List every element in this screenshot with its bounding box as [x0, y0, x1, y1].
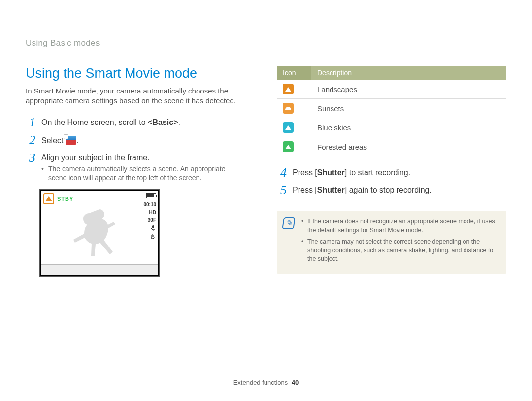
manual-page: Using Basic modes Using the Smart Movie … — [0, 0, 532, 401]
footer-section: Extended functions — [233, 379, 288, 386]
two-column-layout: Using the Smart Movie mode In Smart Movi… — [26, 66, 506, 277]
smart-movie-mode-icon — [66, 136, 76, 145]
step-text: Select . — [41, 134, 78, 145]
page-footer: Extended functions 40 — [0, 379, 532, 386]
text-fragment: ] again to stop recording. — [345, 186, 432, 194]
text-fragment: . — [76, 136, 78, 145]
table-row: Blue skies — [277, 118, 506, 137]
sunset-icon — [283, 103, 294, 114]
step-number: 4 — [277, 166, 287, 179]
step-number: 1 — [26, 116, 35, 129]
camera-right-indicators: 00:10 HD 30F — [143, 193, 156, 243]
battery-icon — [146, 193, 156, 198]
table-header-icon: Icon — [277, 66, 311, 80]
svg-rect-0 — [152, 225, 154, 228]
scene-label: Sunsets — [311, 99, 506, 118]
section-heading: Using the Smart Movie mode — [26, 66, 255, 81]
forest-icon — [283, 141, 294, 152]
step-number: 3 — [26, 152, 35, 164]
table-row: Landscapes — [277, 80, 506, 99]
table-header-description: Description — [311, 66, 506, 80]
bold-fragment: Shutter — [317, 168, 345, 177]
note-item: The camera may not select the correct sc… — [301, 238, 499, 264]
camera-screen: STBY 00:10 HD 30F — [41, 191, 158, 275]
scene-label: Blue skies — [311, 118, 506, 137]
scene-icon-table: Icon Description Landscapes Sunsets — [277, 66, 506, 156]
camera-top-bar: STBY — [43, 193, 156, 204]
text-fragment: . — [178, 118, 180, 126]
bold-fragment: Shutter — [317, 186, 345, 194]
step-text: Press [Shutter] again to stop recording. — [293, 184, 432, 195]
breadcrumb: Using Basic modes — [26, 38, 506, 48]
camera-screenshot: STBY 00:10 HD 30F — [39, 189, 160, 277]
bold-fragment: <Basic> — [148, 118, 178, 126]
note-box: ✎ If the camera does not recognize an ap… — [277, 211, 506, 274]
stabilizer-icon — [143, 234, 156, 242]
table-row: Sunsets — [277, 99, 506, 118]
scene-icon — [43, 193, 54, 204]
subject-silhouette — [65, 205, 134, 264]
blue-sky-icon — [283, 122, 294, 133]
step-text: On the Home screen, scroll to <Basic>. — [41, 116, 180, 127]
landscape-icon — [283, 84, 294, 94]
scene-label: Forested areas — [311, 137, 506, 156]
stby-label: STBY — [57, 196, 73, 202]
intro-paragraph: In Smart Movie mode, your camera automat… — [26, 86, 252, 106]
text-fragment: On the Home screen, scroll to — [41, 118, 148, 126]
note-item: If the camera does not recognize an appr… — [301, 217, 499, 235]
left-column: Using the Smart Movie mode In Smart Movi… — [26, 66, 255, 277]
text-fragment: Select — [41, 136, 66, 145]
mic-icon — [143, 225, 156, 233]
note-icon: ✎ — [282, 217, 295, 229]
step-4: 4 Press [Shutter] to start recording. — [277, 166, 506, 179]
step-text: Align your subject in the frame. The cam… — [41, 152, 229, 183]
text-fragment: ] to start recording. — [345, 168, 410, 177]
text-fragment: Press [ — [293, 186, 317, 194]
recording-time: 00:10 — [143, 201, 156, 208]
page-number: 40 — [292, 379, 299, 386]
frame-rate: 30F — [143, 217, 156, 224]
step-list: 1 On the Home screen, scroll to <Basic>.… — [26, 116, 255, 183]
step-number: 2 — [26, 134, 35, 147]
step-2: 2 Select . — [26, 134, 255, 147]
scene-label: Landscapes — [311, 80, 506, 99]
camera-bottom-bar — [41, 264, 158, 275]
step-1: 1 On the Home screen, scroll to <Basic>. — [26, 116, 255, 129]
step-text: Press [Shutter] to start recording. — [293, 166, 410, 177]
step-list-continued: 4 Press [Shutter] to start recording. 5 … — [277, 166, 506, 197]
text-fragment: Align your subject in the frame. — [41, 154, 150, 162]
hd-indicator: HD — [143, 209, 156, 216]
step-sub-bullet: The camera automatically selects a scene… — [41, 164, 229, 183]
text-fragment: Press [ — [293, 168, 317, 177]
step-5: 5 Press [Shutter] again to stop recordin… — [277, 184, 506, 197]
table-row: Forested areas — [277, 137, 506, 156]
step-number: 5 — [277, 184, 287, 197]
right-column: Icon Description Landscapes Sunsets — [277, 66, 506, 277]
step-3: 3 Align your subject in the frame. The c… — [26, 152, 255, 183]
